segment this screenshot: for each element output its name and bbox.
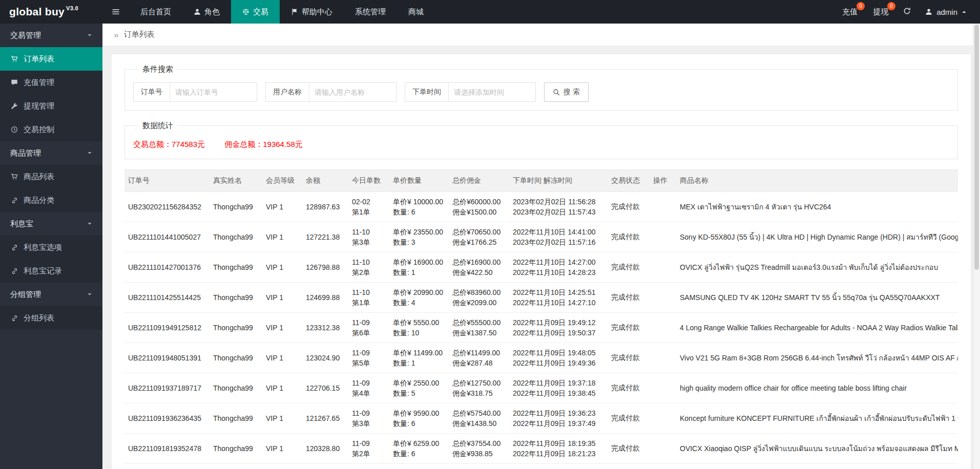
daily-orders-cell: 11-09 第1单 xyxy=(348,464,389,469)
top-nav-item[interactable]: 商城 xyxy=(397,0,435,24)
chevron-down-icon xyxy=(87,33,92,38)
order-time: 2023年02月02日 11:56:28 xyxy=(513,197,604,207)
total-commission: 佣金总额：19364.58元 xyxy=(224,140,303,148)
search-field-group: 用户名称 xyxy=(265,82,397,102)
balance-cell: 128987.63 xyxy=(302,192,348,222)
link-icon xyxy=(10,244,18,251)
commission: 佣金¥1500.00 xyxy=(452,207,506,217)
refresh-button[interactable] xyxy=(903,7,911,17)
sidebar-item[interactable]: 利息宝记录 xyxy=(0,259,102,283)
search-field-group: 订单号 xyxy=(133,82,257,102)
order-no-cell: UB2211091819352478 xyxy=(124,434,210,464)
refresh-icon xyxy=(903,7,911,15)
withdraw-badge: 0 xyxy=(887,2,895,10)
sidebar-section-header[interactable]: 分组管理 xyxy=(0,283,102,306)
time-cell: 2022年11月10日 14:27:00 2022年11月10日 14:28:2… xyxy=(509,252,608,283)
order-date: 11-10 xyxy=(352,257,386,267)
column-header: 会员等级 xyxy=(262,170,302,192)
order-no-cell: UB2302021156284352 xyxy=(124,192,210,222)
sidebar-section-header[interactable]: 利息宝 xyxy=(0,212,102,236)
top-nav-item[interactable]: 帮助中心 xyxy=(280,0,344,24)
table-row: UB2211101441005027 Thongcha99 VIP 1 1272… xyxy=(124,222,958,252)
top-nav-item[interactable]: 交易 xyxy=(231,0,280,24)
status-cell: 完成付款 xyxy=(608,283,650,313)
wrench-icon xyxy=(10,102,18,110)
search-input[interactable] xyxy=(170,83,257,101)
sidebar-section-items: 分组列表 xyxy=(0,306,102,330)
product-name-cell: high quality modern office chair for off… xyxy=(676,373,958,403)
sidebar-item[interactable]: 提现管理 xyxy=(0,94,102,118)
column-header: 余额 xyxy=(302,170,348,192)
unit-price: 单价¥ 6259.00 xyxy=(393,438,445,449)
sidebar-section-header[interactable]: 商品管理 xyxy=(0,141,102,165)
recharge-button[interactable]: 充值 0 xyxy=(842,7,858,17)
real-name-cell: Thongcha99 xyxy=(210,373,262,403)
sidebar-section: 利息宝 利息宝选项 利息宝记录 xyxy=(0,212,102,283)
link-icon xyxy=(10,197,18,204)
sidebar-item[interactable]: 商品分类 xyxy=(0,188,102,212)
scrollbar-thumb[interactable] xyxy=(974,25,979,270)
top-nav-item[interactable]: 系统管理 xyxy=(344,0,397,24)
order-seq: 第3单 xyxy=(352,418,386,429)
unit-price-qty-cell: 单价¥ 23550.00 数量: 3 xyxy=(389,222,449,252)
search-row: 订单号 用户名称 下单时间 xyxy=(133,82,949,102)
total-price: 总价¥57540.00 xyxy=(452,408,506,418)
top-nav-item[interactable]: 后台首页 xyxy=(129,0,182,24)
withdraw-button[interactable]: 提现 0 xyxy=(873,7,888,17)
sidebar-item[interactable]: 订单列表 xyxy=(0,47,102,71)
sidebar: 交易管理 订单列表 充值管理 xyxy=(0,24,102,469)
unit-price-qty-cell: 单价¥ 5550.00 数量: 10 xyxy=(389,313,449,343)
withdraw-label: 提现 xyxy=(873,7,888,16)
real-name-cell: Thongcha99 xyxy=(210,222,262,252)
order-date: 11-10 xyxy=(352,227,386,237)
column-header: 下单时间 解冻时间 xyxy=(509,170,608,192)
sidebar-item-label: 分组列表 xyxy=(24,313,54,323)
column-header: 操作 xyxy=(650,170,676,192)
total-commission-cell: 总价¥55500.00 佣金¥1387.50 xyxy=(449,313,509,343)
stats-fieldset: 数据统计 交易总额：774583元 佣金总额：19364.58元 xyxy=(124,121,958,159)
commission: 佣金¥422.50 xyxy=(452,267,506,278)
top-nav-item[interactable]: 角色 xyxy=(182,0,231,24)
app-logo: global buy V3.0 xyxy=(0,0,102,24)
sidebar-item[interactable]: 充值管理 xyxy=(0,71,102,94)
user-icon xyxy=(194,8,201,15)
order-date: 11-09 xyxy=(352,408,386,418)
order-no-cell: UB2211091936236435 xyxy=(124,403,210,434)
table-row: UB2211091937189717 Thongcha99 VIP 1 1227… xyxy=(124,373,958,403)
search-input[interactable] xyxy=(309,83,396,101)
total-price: 总价¥60000.00 xyxy=(452,197,506,207)
order-time: 2022年11月10日 14:25:51 xyxy=(513,287,604,297)
sidebar-item[interactable]: 商品列表 xyxy=(0,165,102,188)
chevron-down-icon xyxy=(87,151,92,156)
sidebar-section-items: 商品列表 商品分类 xyxy=(0,165,102,212)
vertical-scrollbar[interactable] xyxy=(973,24,980,469)
order-seq: 第3单 xyxy=(352,237,386,247)
order-seq: 第1单 xyxy=(352,297,386,308)
caret-up-icon xyxy=(962,9,967,14)
product-name-cell: Vivo V21 5G Ram 8+3GB Rom 256GB 6.44-inc… xyxy=(676,343,958,373)
search-input[interactable] xyxy=(448,83,535,101)
sidebar-item[interactable]: 分组列表 xyxy=(0,306,102,330)
balance-cell: 120328.80 xyxy=(302,434,348,464)
search-button[interactable]: 搜 索 xyxy=(544,82,589,102)
member-level-cell: VIP 1 xyxy=(262,283,302,313)
order-time: 2022年11月09日 19:49:12 xyxy=(513,317,604,328)
menu-icon xyxy=(112,8,120,16)
search-button-label: 搜 索 xyxy=(564,88,580,97)
sidebar-item[interactable]: 利息宝选项 xyxy=(0,236,102,259)
sidebar-item[interactable]: 交易控制 xyxy=(0,118,102,141)
balance-cell: 127221.38 xyxy=(302,222,348,252)
column-header: 真实姓名 xyxy=(210,170,262,192)
sidebar-toggle-button[interactable] xyxy=(102,0,129,24)
real-name-cell: Thongcha99 xyxy=(210,403,262,434)
status-cell: 完成付款 xyxy=(608,313,650,343)
unfreeze-time: 2023年02月02日 11:57:16 xyxy=(513,237,604,247)
orders-table: 订单号 真实姓名 会员等级 余额 今日单数 单价数量 总价佣金 下单时间 解冻 xyxy=(124,169,958,469)
member-level-cell: VIP 1 xyxy=(262,373,302,403)
total-commission-cell: 总价¥57540.00 佣金¥1438.50 xyxy=(449,403,509,434)
order-no-cell: UB2211101441005027 xyxy=(124,222,210,252)
table-header-row: 订单号 真实姓名 会员等级 余额 今日单数 单价数量 总价佣金 下单时间 解冻 xyxy=(124,170,958,192)
user-menu[interactable]: admin xyxy=(925,8,967,16)
sidebar-section-header[interactable]: 交易管理 xyxy=(0,24,102,47)
chevron-down-icon xyxy=(87,221,92,226)
